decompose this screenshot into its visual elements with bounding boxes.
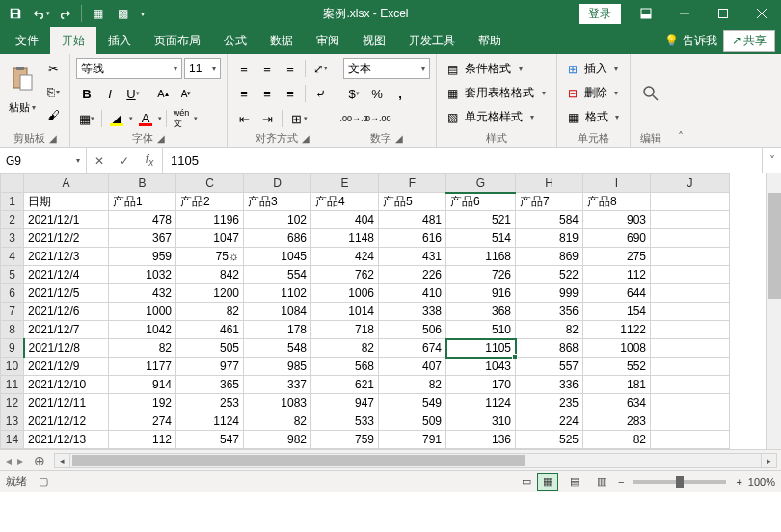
cell[interactable]: 2021/12/11 <box>24 394 109 412</box>
cell[interactable]: 481 <box>379 211 446 229</box>
cell[interactable]: 1102 <box>244 284 311 303</box>
cell[interactable] <box>651 229 730 248</box>
cell[interactable] <box>651 321 730 339</box>
cell[interactable]: 156 <box>516 449 583 450</box>
insert-cells-button[interactable]: ⊞ 插入 ▾ <box>563 58 624 80</box>
cell[interactable]: 226 <box>379 266 446 284</box>
cell[interactable]: 2021/12/5 <box>24 284 109 303</box>
redo-button[interactable] <box>54 2 77 25</box>
bold-button[interactable]: B <box>76 83 97 104</box>
cell[interactable] <box>651 431 730 449</box>
col-header-G[interactable]: G <box>446 174 516 193</box>
cell[interactable]: 170 <box>446 376 516 394</box>
cell[interactable]: 2021/12/10 <box>24 376 109 394</box>
delete-cells-button[interactable]: ⊟ 删除 ▾ <box>563 82 624 104</box>
cell[interactable]: 762 <box>311 266 379 284</box>
cell[interactable]: 1122 <box>583 321 651 339</box>
cell[interactable] <box>651 376 730 394</box>
cell[interactable]: 178 <box>244 321 311 339</box>
cell[interactable] <box>651 211 730 229</box>
zoom-slider[interactable] <box>633 480 726 484</box>
cell[interactable]: 1014 <box>311 303 379 321</box>
find-button[interactable] <box>636 69 665 118</box>
cell[interactable]: 447 <box>176 449 244 450</box>
save-button[interactable] <box>4 2 27 25</box>
cell[interactable]: 759 <box>311 431 379 449</box>
copy-button[interactable]: ⎘▾ <box>42 81 64 102</box>
cell[interactable]: 2021/12/7 <box>24 321 109 339</box>
cell[interactable]: 431 <box>379 248 446 266</box>
cell[interactable]: 982 <box>244 431 311 449</box>
cell[interactable]: 690 <box>583 229 651 248</box>
cell[interactable] <box>651 449 730 450</box>
cell[interactable]: 424 <box>311 248 379 266</box>
cell[interactable]: 192 <box>109 394 176 412</box>
cell[interactable]: 1105 <box>446 339 516 358</box>
col-header-D[interactable]: D <box>244 174 311 193</box>
decrease-decimal-button[interactable]: .0→.00 <box>366 108 388 129</box>
confirm-edit-button[interactable]: ✓ <box>112 154 137 168</box>
font-combo[interactable]: 等线▾ <box>76 58 182 79</box>
zoom-out-button[interactable]: − <box>618 476 624 488</box>
name-box[interactable]: G9▾ <box>0 148 87 173</box>
cell[interactable]: 510 <box>446 321 516 339</box>
cell[interactable]: 274 <box>109 412 176 431</box>
underline-button[interactable]: U▾ <box>122 83 144 104</box>
cell[interactable]: 509 <box>379 412 446 431</box>
zoom-in-button[interactable]: + <box>736 476 741 488</box>
display-settings-icon[interactable]: ▭ <box>522 475 531 488</box>
cell[interactable]: 903 <box>583 211 651 229</box>
cell[interactable]: 1168 <box>446 248 516 266</box>
cell[interactable]: 368 <box>446 303 516 321</box>
row-header-2[interactable]: 2 <box>1 211 24 229</box>
row-header-5[interactable]: 5 <box>1 266 24 284</box>
paste-label[interactable]: 粘贴▾ <box>9 100 36 115</box>
cell[interactable]: 410 <box>379 284 446 303</box>
cell[interactable] <box>651 284 730 303</box>
cell[interactable]: 868 <box>516 339 583 358</box>
cell[interactable]: 106 <box>379 449 446 450</box>
cell[interactable]: 1084 <box>244 303 311 321</box>
cell[interactable]: 869 <box>516 248 583 266</box>
cell[interactable]: 224 <box>516 412 583 431</box>
cell[interactable]: 977 <box>176 358 244 376</box>
increase-decimal-button[interactable]: .00→.0 <box>343 108 364 129</box>
font-color-button[interactable]: A <box>135 108 156 129</box>
cell[interactable]: 82 <box>379 376 446 394</box>
row-header-7[interactable]: 7 <box>1 303 24 321</box>
cell[interactable] <box>651 248 730 266</box>
align-bottom-button[interactable]: ≡ <box>280 58 301 79</box>
cell[interactable]: 产品5 <box>379 193 446 211</box>
row-header-15[interactable]: 15 <box>1 449 24 450</box>
format-table-button[interactable]: ▦ 套用表格格式 ▾ <box>443 82 551 104</box>
cell[interactable]: 253 <box>176 394 244 412</box>
cell[interactable]: 2021/12/8 <box>24 339 109 358</box>
cell[interactable]: 产品4 <box>311 193 379 211</box>
row-header-11[interactable]: 11 <box>1 376 24 394</box>
font-launcher[interactable]: ◢ <box>157 133 165 144</box>
cell[interactable]: 721 <box>311 449 379 450</box>
cell[interactable]: 959 <box>109 248 176 266</box>
align-launcher[interactable]: ◢ <box>302 133 310 144</box>
row-header-4[interactable]: 4 <box>1 248 24 266</box>
cell[interactable]: 363 <box>446 449 516 450</box>
cell[interactable]: 1047 <box>176 229 244 248</box>
row-header-1[interactable]: 1 <box>1 193 24 211</box>
cell[interactable]: 568 <box>311 358 379 376</box>
cell[interactable]: 235 <box>516 394 583 412</box>
cell[interactable] <box>651 358 730 376</box>
cell[interactable]: 819 <box>516 229 583 248</box>
cell[interactable]: 2021/12/9 <box>24 358 109 376</box>
align-left-button[interactable]: ≡ <box>233 83 255 104</box>
cell[interactable]: 2021/12/1 <box>24 211 109 229</box>
page-layout-view-button[interactable]: ▤ <box>564 473 585 491</box>
number-launcher[interactable]: ◢ <box>395 133 403 144</box>
cell[interactable]: 154 <box>583 303 651 321</box>
shrink-font-button[interactable]: A▾ <box>175 83 197 104</box>
cell[interactable]: 2021/12/3 <box>24 248 109 266</box>
conditional-format-button[interactable]: ▤ 条件格式 ▾ <box>443 58 527 80</box>
cell[interactable]: 136 <box>446 431 516 449</box>
cell[interactable]: 407 <box>379 358 446 376</box>
border-button[interactable]: ▦▾ <box>76 108 97 129</box>
cell[interactable]: 1200 <box>176 284 244 303</box>
